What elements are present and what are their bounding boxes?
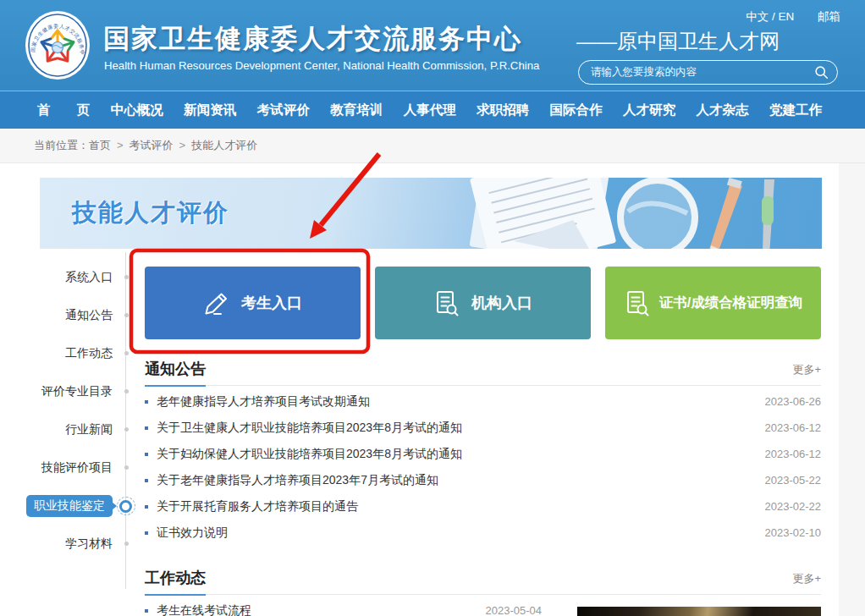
breadcrumb-label: 当前位置： (34, 139, 89, 151)
bullet-icon (145, 453, 148, 456)
mailbox-link[interactable]: 邮箱 (818, 10, 840, 23)
breadcrumb-item-3[interactable]: 技能人才评价 (191, 139, 257, 151)
bullet-icon (145, 400, 148, 404)
sidebar: 系统入口通知公告工作动态评价专业目录行业新闻技能评价项目职业技能鉴定学习材料 (0, 258, 127, 563)
search-input[interactable]: 请输入您要搜索的内容 (578, 60, 838, 85)
page-title: 技能人才评价 (72, 196, 229, 230)
site-logo: 国家卫生健康委人才交流服务中心 (25, 10, 91, 80)
paper-stack-graphic (469, 178, 616, 249)
notice-row[interactable]: 关于卫生健康人才职业技能培养项目2023年8月考试的通知2023-06-12 (145, 415, 821, 441)
bullet-icon (145, 531, 148, 535)
sidebar-item-7[interactable]: 职业技能鉴定 (0, 487, 127, 525)
notice-row[interactable]: 关于开展托育服务人才培养项目的通告2023-02-22 (145, 493, 821, 520)
bullet-icon (145, 505, 148, 509)
sidebar-item-label: 行业新闻 (65, 422, 113, 437)
nav-item-11[interactable]: 党建工作 (769, 91, 822, 129)
notices-section: 通知公告 更多+ 老年健康指导人才培养项目考试改期通知2023-06-26关于卫… (145, 360, 821, 546)
doc-search-icon (433, 289, 460, 316)
sidebar-item-3[interactable]: 工作动态 (0, 334, 127, 372)
notice-date: 2023-06-26 (765, 395, 822, 408)
bullet-icon (145, 426, 148, 430)
notice-date: 2023-02-22 (765, 500, 822, 513)
top-links: 中文 / EN 邮箱 (725, 9, 840, 25)
nav-item-2[interactable]: 中心概况 (111, 91, 163, 129)
news-row[interactable]: 考生在线考试流程2023-05-04 (145, 597, 542, 616)
entry-buttons: 考生入口 机构入口 证书/成绩合格证明查询 (145, 267, 821, 339)
page-banner: 技能人才评价 (40, 178, 822, 249)
sidebar-item-label: 工作动态 (65, 346, 113, 361)
sidebar-item-label: 系统入口 (65, 270, 113, 285)
breadcrumb-item-1[interactable]: 首页 (89, 139, 111, 151)
sidebar-item-label: 学习材料 (65, 536, 113, 552)
news-more-link[interactable]: 更多+ (792, 571, 821, 586)
language-switch-link[interactable]: 中文 / EN (746, 10, 794, 23)
bullet-icon (145, 609, 148, 613)
bullet-icon (145, 479, 148, 482)
sidebar-item-label: 通知公告 (65, 308, 113, 323)
news-photo[interactable] (577, 607, 821, 616)
notice-date: 2023-05-22 (765, 474, 822, 487)
magnifier-graphic (620, 180, 695, 249)
nav-item-9[interactable]: 人才研究 (623, 91, 675, 129)
search-icon[interactable] (814, 65, 829, 80)
sidebar-item-1[interactable]: 系统入口 (0, 258, 127, 296)
page-right-gutter (839, 163, 865, 616)
breadcrumb-separator: > (111, 139, 129, 151)
notices-more-link[interactable]: 更多+ (792, 362, 821, 377)
notice-row[interactable]: 证书效力说明2023-02-10 (145, 520, 821, 546)
notice-title: 关于妇幼保健人才职业技能培养项目2023年8月考试的通知 (157, 447, 765, 462)
nav-item-7[interactable]: 求职招聘 (477, 91, 529, 129)
breadcrumb-item-2[interactable]: 考试评价 (129, 139, 174, 151)
news-title: 考生在线考试流程 (157, 603, 486, 616)
notice-date: 2023-06-12 (765, 421, 822, 434)
news-section-title: 工作动态 (145, 568, 206, 596)
nav-item-10[interactable]: 人才杂志 (697, 91, 749, 129)
entry-button-label: 考生入口 (241, 293, 302, 313)
sidebar-item-label: 评价专业目录 (41, 384, 113, 399)
site-subtitle: Health Human Resources Development Cente… (104, 59, 539, 72)
notice-title: 关于老年健康指导人才培养项目2023年7月考试的通知 (157, 473, 765, 488)
sidebar-item-5[interactable]: 行业新闻 (0, 410, 127, 448)
entry-button-2[interactable]: 机构入口 (375, 267, 591, 339)
notices-section-title: 通知公告 (145, 359, 206, 387)
sidebar-item-4[interactable]: 评价专业目录 (0, 372, 127, 410)
breadcrumb-separator: > (174, 139, 192, 151)
sidebar-item-2[interactable]: 通知公告 (0, 296, 127, 334)
sidebar-item-label: 职业技能鉴定 (26, 495, 113, 517)
site-title: 国家卫生健康委人才交流服务中心 (103, 21, 522, 57)
notice-title: 关于卫生健康人才职业技能培养项目2023年8月考试的通知 (157, 421, 765, 436)
nav-item-6[interactable]: 人事代理 (404, 91, 456, 129)
browser-page: 国家卫生健康委人才交流服务中心 国家卫生健康委人才交流服务中心 Health H… (0, 0, 865, 616)
notice-row[interactable]: 关于老年健康指导人才培养项目2023年7月考试的通知2023-05-22 (145, 467, 821, 493)
main-content: 技能人才评价 系统入口通知公告工作动态评价专业目录行业新闻技能评价项目职业技能鉴… (0, 163, 865, 616)
sidebar-item-label: 技能评价项目 (41, 460, 113, 476)
notice-title: 关于开展托育服务人才培养项目的通告 (157, 499, 765, 514)
sidebar-item-6[interactable]: 技能评价项目 (0, 448, 127, 487)
notice-row[interactable]: 关于妇幼保健人才职业技能培养项目2023年8月考试的通知2023-06-12 (145, 441, 821, 467)
nav-item-8[interactable]: 国际合作 (550, 91, 603, 129)
news-date: 2023-05-04 (486, 604, 543, 616)
entry-button-3[interactable]: 证书/成绩合格证明查询 (605, 267, 821, 339)
breadcrumb: 当前位置：首页>考试评价>技能人才评价 (0, 129, 865, 163)
notice-title: 老年健康指导人才培养项目考试改期通知 (157, 394, 765, 410)
notice-date: 2023-02-10 (765, 526, 822, 539)
notice-date: 2023-06-12 (765, 448, 822, 460)
search-placeholder: 请输入您要搜索的内容 (579, 65, 814, 80)
nav-item-4[interactable]: 考试评价 (257, 91, 310, 129)
entry-button-label: 证书/成绩合格证明查询 (659, 294, 803, 312)
pen-graphic (762, 179, 774, 249)
nav-item-3[interactable]: 新闻资讯 (184, 91, 236, 129)
nav-item-5[interactable]: 教育培训 (330, 91, 383, 129)
entry-button-1[interactable]: 考生入口 (145, 267, 361, 339)
nav-item-1[interactable]: 首 页 (37, 91, 90, 129)
notice-row[interactable]: 老年健康指导人才培养项目考试改期通知2023-06-26 (145, 388, 821, 415)
news-section: 工作动态 更多+ 考生在线考试流程2023-05-04 (145, 573, 821, 616)
doc-search-icon (624, 289, 651, 316)
site-header: 国家卫生健康委人才交流服务中心 国家卫生健康委人才交流服务中心 Health H… (0, 0, 865, 91)
pencil-graphic (708, 178, 742, 249)
site-alias: ——原中国卫生人才网 (576, 28, 780, 55)
pencil-icon (203, 289, 230, 316)
main-nav: 首 页中心概况新闻资讯考试评价教育培训人事代理求职招聘国际合作人才研究人才杂志党… (0, 91, 865, 129)
notice-title: 证书效力说明 (157, 525, 765, 541)
sidebar-item-8[interactable]: 学习材料 (0, 525, 127, 563)
